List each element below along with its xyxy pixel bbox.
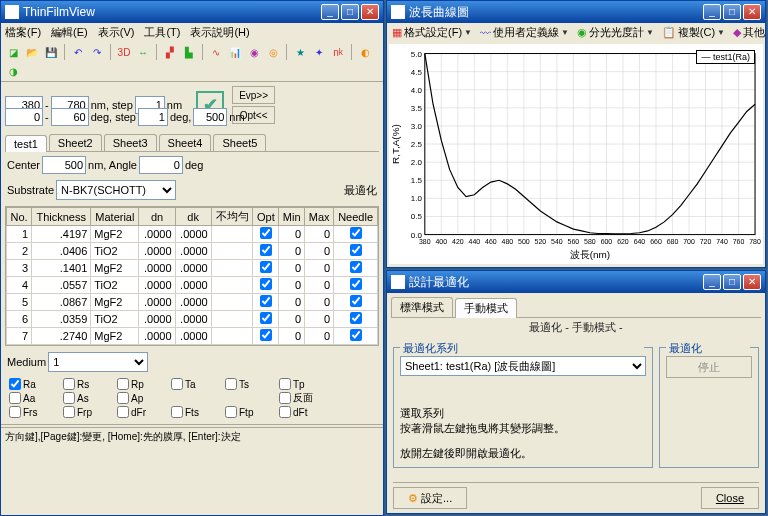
minimize-button[interactable]: _ bbox=[703, 4, 721, 20]
substrate-select[interactable]: N-BK7(SCHOTT) bbox=[56, 180, 176, 200]
check-dFr[interactable] bbox=[117, 406, 129, 418]
userline-menu[interactable]: 〰使用者定義線▼ bbox=[477, 25, 572, 40]
undo-icon[interactable]: ↶ bbox=[70, 44, 86, 60]
table-row[interactable]: 6.0359TiO2.0000.000000 bbox=[7, 311, 378, 328]
check-Rs[interactable] bbox=[63, 378, 75, 390]
ang-step-input[interactable] bbox=[138, 108, 168, 126]
close-opt-button[interactable]: Close bbox=[701, 487, 759, 509]
series-select[interactable]: Sheet1: test1(Ra) [波長曲線圖] bbox=[400, 356, 646, 376]
chart-plot-area[interactable]: — test1(Ra) 3804004204404604805005205405… bbox=[389, 44, 763, 264]
menu-help[interactable]: 表示説明(H) bbox=[190, 25, 249, 40]
menu-tool[interactable]: 工具(T) bbox=[144, 25, 180, 40]
tool2-icon[interactable]: ◑ bbox=[5, 63, 21, 79]
new-icon[interactable]: ◪ bbox=[5, 44, 21, 60]
medium-select[interactable]: 1 bbox=[48, 352, 148, 372]
nk-icon[interactable]: nk bbox=[330, 44, 346, 60]
open-icon[interactable]: 📂 bbox=[24, 44, 40, 60]
tab-sheet5[interactable]: Sheet5 bbox=[213, 134, 266, 151]
format-menu[interactable]: ▦格式設定(F)▼ bbox=[389, 25, 475, 40]
check-Frs[interactable] bbox=[9, 406, 21, 418]
col-dn[interactable]: dn bbox=[139, 208, 175, 226]
3d-icon[interactable]: 3D bbox=[116, 44, 132, 60]
line-icon[interactable]: ∿ bbox=[208, 44, 224, 60]
check-Ra[interactable] bbox=[9, 378, 21, 390]
plot-o-icon[interactable]: ◎ bbox=[265, 44, 281, 60]
arrow-icon[interactable]: ↔ bbox=[135, 44, 151, 60]
table-row[interactable]: 3.1401MgF2.0000.000000 bbox=[7, 260, 378, 277]
tab-standard[interactable]: 標準模式 bbox=[391, 297, 453, 317]
needle-check[interactable] bbox=[350, 227, 362, 239]
minimize-button[interactable]: _ bbox=[703, 274, 721, 290]
save-icon[interactable]: 💾 bbox=[43, 44, 59, 60]
minimize-button[interactable]: _ bbox=[321, 4, 339, 20]
col-Max[interactable]: Max bbox=[305, 208, 334, 226]
close-button[interactable]: ✕ bbox=[743, 274, 761, 290]
tab-sheet3[interactable]: Sheet3 bbox=[104, 134, 157, 151]
maximize-button[interactable]: □ bbox=[341, 4, 359, 20]
col-No.[interactable]: No. bbox=[7, 208, 32, 226]
chart-red-icon[interactable]: ▞ bbox=[162, 44, 178, 60]
table-row[interactable]: 4.0557TiO2.0000.000000 bbox=[7, 277, 378, 294]
check-Tp[interactable] bbox=[279, 378, 291, 390]
table-row[interactable]: 1.4197MgF2.0000.000000 bbox=[7, 226, 378, 243]
check-Fts[interactable] bbox=[171, 406, 183, 418]
check-Ta[interactable] bbox=[171, 378, 183, 390]
menu-file[interactable]: 檔案(F) bbox=[5, 25, 41, 40]
maximize-button[interactable]: □ bbox=[723, 4, 741, 20]
check-Ap[interactable] bbox=[117, 392, 129, 404]
table-row[interactable]: 7.2740MgF2.0000.000000 bbox=[7, 328, 378, 345]
table-row[interactable]: 2.0406TiO2.0000.000000 bbox=[7, 243, 378, 260]
check-反面[interactable] bbox=[279, 392, 291, 404]
opt-check[interactable] bbox=[260, 295, 272, 307]
cfg-b-icon[interactable]: ✦ bbox=[311, 44, 327, 60]
needle-check[interactable] bbox=[350, 261, 362, 273]
chart-green-icon[interactable]: ▙ bbox=[181, 44, 197, 60]
col-Min[interactable]: Min bbox=[279, 208, 305, 226]
check-Ts[interactable] bbox=[225, 378, 237, 390]
check-As[interactable] bbox=[63, 392, 75, 404]
ang-from-input[interactable] bbox=[5, 108, 43, 126]
spectro-menu[interactable]: ◉分光光度計▼ bbox=[574, 25, 657, 40]
opt-check[interactable] bbox=[260, 312, 272, 324]
check-Ftp[interactable] bbox=[225, 406, 237, 418]
needle-check[interactable] bbox=[350, 278, 362, 290]
col-Opt[interactable]: Opt bbox=[253, 208, 279, 226]
opt-check[interactable] bbox=[260, 261, 272, 273]
close-button[interactable]: ✕ bbox=[361, 4, 379, 20]
bar-icon[interactable]: 📊 bbox=[227, 44, 243, 60]
cfg-a-icon[interactable]: ★ bbox=[292, 44, 308, 60]
tab-test1[interactable]: test1 bbox=[5, 135, 47, 152]
needle-check[interactable] bbox=[350, 312, 362, 324]
opt-check[interactable] bbox=[260, 278, 272, 290]
angle-input[interactable] bbox=[139, 156, 183, 174]
tab-sheet4[interactable]: Sheet4 bbox=[159, 134, 212, 151]
col-不均勻[interactable]: 不均勻 bbox=[211, 208, 253, 226]
col-Thickness[interactable]: Thickness bbox=[32, 208, 91, 226]
menu-edit[interactable]: 編輯(E) bbox=[51, 25, 88, 40]
close-button[interactable]: ✕ bbox=[743, 4, 761, 20]
settings-button[interactable]: ⚙ 設定... bbox=[393, 487, 467, 509]
col-Material[interactable]: Material bbox=[91, 208, 139, 226]
opt-titlebar[interactable]: 設計最適化 _ □ ✕ bbox=[387, 271, 765, 293]
tool1-icon[interactable]: ◐ bbox=[357, 44, 373, 60]
check-Frp[interactable] bbox=[63, 406, 75, 418]
copy-menu[interactable]: 📋複製(C)▼ bbox=[659, 25, 728, 40]
chart-titlebar[interactable]: 波長曲線圖 _ □ ✕ bbox=[387, 1, 765, 23]
check-Aa[interactable] bbox=[9, 392, 21, 404]
plot-p-icon[interactable]: ◉ bbox=[246, 44, 262, 60]
needle-check[interactable] bbox=[350, 329, 362, 341]
menu-view[interactable]: 表示(V) bbox=[98, 25, 135, 40]
redo-icon[interactable]: ↷ bbox=[89, 44, 105, 60]
other-menu[interactable]: ◆其他▼ bbox=[730, 25, 768, 40]
evp-button[interactable]: Evp>> bbox=[232, 86, 275, 104]
maximize-button[interactable]: □ bbox=[723, 274, 741, 290]
table-row[interactable]: 5.0867MgF2.0000.000000 bbox=[7, 294, 378, 311]
ang-to-input[interactable] bbox=[51, 108, 89, 126]
tab-manual[interactable]: 手動模式 bbox=[455, 298, 517, 318]
design-wl-input[interactable] bbox=[193, 108, 227, 126]
center-input[interactable] bbox=[42, 156, 86, 174]
col-dk[interactable]: dk bbox=[175, 208, 211, 226]
needle-check[interactable] bbox=[350, 295, 362, 307]
opt-check[interactable] bbox=[260, 227, 272, 239]
check-Rp[interactable] bbox=[117, 378, 129, 390]
